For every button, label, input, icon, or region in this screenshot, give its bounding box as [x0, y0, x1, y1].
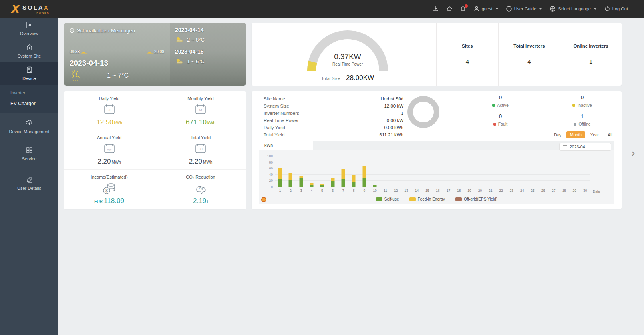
money-icon: $ — [101, 182, 117, 195]
bar-column[interactable]: 7 — [338, 156, 348, 187]
bar-column[interactable]: 2 — [285, 156, 296, 187]
real-time-power-value: 0.37KW — [304, 52, 392, 61]
calendar-icon: d — [102, 103, 117, 116]
bar-column[interactable]: 8 — [348, 156, 359, 187]
period-year-button[interactable]: Year — [587, 131, 602, 138]
bar-column[interactable]: 18 — [454, 156, 464, 187]
period-month-button[interactable]: Month — [566, 131, 585, 138]
stacked-bar — [394, 156, 398, 187]
logout-button[interactable]: Log Out — [604, 6, 628, 12]
bar-column[interactable]: 30 — [580, 156, 590, 187]
home-icon[interactable] — [446, 6, 453, 12]
bar-column[interactable]: 20 — [475, 156, 485, 187]
bar-column[interactable]: 28 — [559, 156, 569, 187]
bar-column[interactable]: 14 — [411, 156, 422, 187]
bar-column[interactable]: 4 — [306, 156, 317, 187]
y-axis-tick: 60 — [269, 166, 273, 170]
status-grid: 0 Active 0 Inactive 0 Fault 1 Offline — [459, 94, 623, 126]
stacked-bar — [320, 156, 324, 187]
co2-icon: O₂ — [193, 182, 209, 195]
bar-column[interactable]: 16 — [433, 156, 443, 187]
month-date-picker[interactable]: 2023-04 — [559, 143, 611, 151]
stacked-bar — [583, 156, 587, 187]
bar-column[interactable]: 15 — [422, 156, 433, 187]
orange-dot-icon — [261, 197, 266, 202]
language-menu[interactable]: Select Language — [549, 6, 597, 12]
unit-tab-kwh[interactable]: kWh — [259, 141, 313, 150]
x-axis-tick: 4 — [306, 189, 317, 193]
bar-column[interactable]: 5 — [317, 156, 327, 187]
status-dot — [493, 123, 496, 126]
bar-column[interactable]: 13 — [401, 156, 411, 187]
download-icon[interactable] — [433, 6, 439, 12]
bar-column[interactable]: 25 — [527, 156, 538, 187]
chevron-down-icon — [594, 8, 597, 10]
x-axis-tick: 6 — [328, 189, 338, 193]
legend-swatch — [376, 197, 382, 201]
legend-feed-in[interactable]: Feed-in Energy — [409, 197, 445, 201]
bar-column[interactable]: 21 — [485, 156, 496, 187]
bar-column[interactable]: 9 — [359, 156, 370, 187]
y-axis-tick: 0 — [271, 185, 273, 189]
submenu-item-inverter[interactable]: Inverter — [0, 88, 58, 98]
stacked-bar — [331, 156, 334, 187]
forecast-temp: 1 ~ 6°C — [187, 58, 205, 64]
yield-summary-card: Daily Yield d 12.50kWh Monthly Yield M 6… — [64, 91, 246, 209]
bar-segment — [362, 166, 366, 178]
brand-name: SOLAX — [22, 4, 49, 11]
bar-column[interactable]: 12 — [391, 156, 401, 187]
x-axis-name: Date — [593, 189, 600, 193]
x-axis-tick: 17 — [443, 189, 453, 193]
bar-column[interactable]: 6 — [328, 156, 338, 187]
sidebar-item-device-management[interactable]: Device Management — [0, 116, 58, 138]
sidebar-item-device[interactable]: Device — [0, 62, 58, 85]
bar-column[interactable]: 17 — [443, 156, 453, 187]
bell-icon[interactable] — [460, 6, 466, 12]
x-axis-tick: 23 — [506, 189, 517, 193]
solax-logo[interactable]: X SOLAX POWER — [11, 2, 49, 16]
info-row: Site NameHerbst Süd — [264, 95, 403, 102]
stacked-bar — [425, 156, 429, 187]
bar-segment — [342, 179, 345, 187]
next-panel-chevron[interactable]: › — [631, 147, 635, 159]
bar-column[interactable]: 23 — [506, 156, 517, 187]
user-guide-menu[interactable]: User Guide — [506, 6, 543, 12]
bar-segment — [289, 180, 292, 187]
site-name-link[interactable]: Herbst Süd — [380, 95, 403, 102]
x-axis-tick: 9 — [359, 189, 370, 193]
bar-column[interactable]: 29 — [569, 156, 580, 187]
sidebar-item-service[interactable]: Service — [0, 143, 58, 165]
legend-self-use[interactable]: Self-use — [376, 197, 399, 201]
bar-column[interactable]: 10 — [370, 156, 380, 187]
x-axis-tick: 7 — [338, 189, 348, 193]
period-day-button[interactable]: Day — [550, 131, 565, 138]
submenu-item-ev-charger[interactable]: EV Charger — [0, 98, 58, 109]
sidebar-item-overview[interactable]: Overview — [0, 18, 58, 40]
stacked-bar — [457, 156, 461, 187]
legend-eps[interactable]: Off-grid(EPS Yield) — [455, 197, 497, 201]
x-axis-tick: 2 — [285, 189, 296, 193]
status-dot — [572, 104, 575, 107]
sidebar-item-system-site[interactable]: System Site — [0, 40, 58, 62]
bar-column[interactable]: 11 — [380, 156, 390, 187]
user-menu[interactable]: guest — [473, 6, 499, 12]
language-label: Select Language — [558, 6, 591, 11]
stacked-bar — [384, 156, 387, 187]
sidebar-item-user-details[interactable]: User Details — [0, 172, 58, 195]
x-axis-tick: 30 — [580, 189, 590, 193]
bar-column[interactable]: 24 — [517, 156, 527, 187]
cloud-sun-icon — [175, 36, 184, 43]
bar-column[interactable]: 1 — [275, 156, 285, 187]
bar-column[interactable]: 27 — [549, 156, 559, 187]
stacked-bar — [436, 156, 440, 187]
bar-column[interactable]: 26 — [538, 156, 548, 187]
bar-column[interactable]: 19 — [464, 156, 475, 187]
x-axis-tick: 14 — [411, 189, 422, 193]
real-time-power-gauge: 0.37KW Real Time Power — [304, 28, 392, 80]
stacked-bar — [310, 156, 314, 187]
stacked-bar — [573, 156, 576, 187]
bar-column[interactable]: 22 — [496, 156, 506, 187]
y-axis-tick: 100 — [267, 154, 273, 158]
bar-column[interactable]: 3 — [296, 156, 306, 187]
period-all-button[interactable]: All — [604, 131, 616, 138]
